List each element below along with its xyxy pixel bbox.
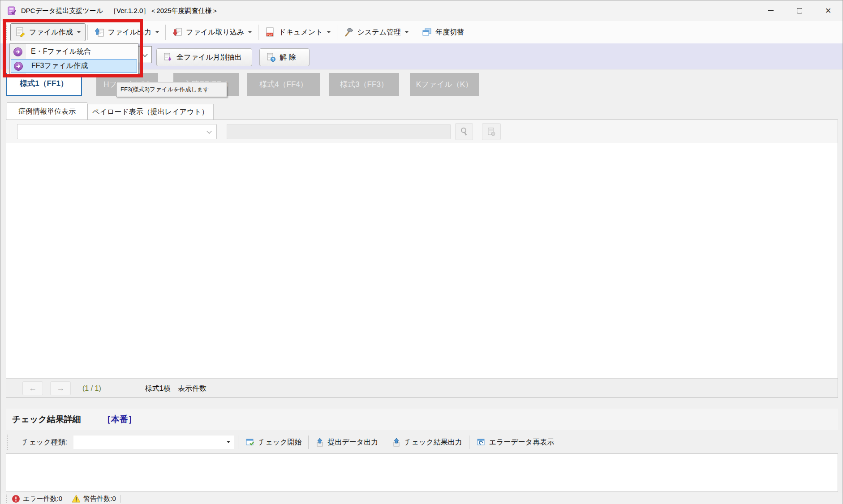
title-bar: DPCデータ提出支援ツール ［Ver.1.2.0］＜2025年度調査仕様＞ × [0, 0, 843, 21]
window-title: DPCデータ提出支援ツール ［Ver.1.2.0］＜2025年度調査仕様＞ [21, 7, 219, 15]
year-switch-icon [422, 27, 432, 38]
menu-item-label: FF3ファイル作成 [31, 61, 88, 71]
purple-arrow-icon [13, 47, 23, 57]
toolbar-separator [165, 25, 166, 40]
check-result-output-button[interactable]: チェック結果出力 [389, 434, 465, 450]
toolbar-button-label: ファイル出力 [108, 28, 152, 37]
warning-count: 警告件数:0 [72, 495, 116, 503]
chevron-down-icon [77, 31, 81, 33]
tab-ff4[interactable]: 様式4（FF4） [247, 73, 320, 96]
statusbar-grip [6, 495, 7, 503]
file-create-dropdown-menu: E・Fファイル統合 FF3ファイル作成 [9, 43, 138, 74]
check-start-button[interactable]: チェック開始 [242, 434, 305, 450]
case-select-combobox[interactable] [17, 124, 217, 139]
maximize-button[interactable] [785, 0, 814, 21]
arrow-left-icon: ← [29, 384, 37, 393]
error-redisplay-icon [476, 437, 486, 447]
subtab-label: ペイロード表示（提出レイアウト） [92, 108, 208, 115]
toolbar-button-label: ファイル取り込み [186, 28, 244, 37]
tooltip: FF3(様式3)ファイルを作成します [116, 82, 227, 97]
release-label: 解 除 [280, 53, 296, 62]
toolbar-separator [337, 25, 337, 40]
toolbar-button-label: ファイル作成 [29, 28, 73, 37]
warning-count-label: 警告件数:0 [83, 495, 116, 503]
toolbar-button-year-switch[interactable]: 年度切替 [417, 23, 469, 41]
statusbar-separator [120, 495, 121, 503]
tab-label: 様式1（FF1） [20, 79, 68, 88]
check-results-grid [6, 453, 838, 492]
toolbar-separator [415, 25, 415, 40]
error-count-label: エラー件数:0 [23, 495, 62, 503]
toolbar-button-label: システム管理 [357, 28, 401, 37]
check-toolbar: チェック種類: チェック開始 提出データ出力 [0, 432, 843, 453]
error-count: エラー件数:0 [12, 495, 62, 503]
filter-strip [6, 120, 838, 143]
extract-all-icon [163, 52, 173, 62]
check-result-header: チェック結果詳細 ［本番］ [6, 409, 838, 430]
search-button[interactable] [455, 123, 473, 140]
page-counter: (1 / 1) [82, 379, 101, 398]
check-mode-badge: ［本番］ [103, 414, 137, 425]
error-data-redisplay-button[interactable]: エラーデータ再表示 [473, 434, 557, 450]
subtab-label: 症例情報単位表示 [18, 107, 76, 115]
error-icon [12, 495, 20, 503]
main-content-panel: ← → (1 / 1) 様式1横 表示件数 [6, 120, 838, 398]
toolbar-button-file-output[interactable]: ファイル出力 [90, 23, 164, 41]
chevron-down-icon [206, 128, 211, 133]
application-window: DPCデータ提出支援ツール ［Ver.1.2.0］＜2025年度調査仕様＞ × … [0, 0, 843, 504]
case-info-field [227, 124, 451, 139]
toolbar-separator [385, 436, 385, 449]
chevron-down-icon [142, 51, 148, 57]
toolbar-button-label: ドキュメント [279, 28, 323, 37]
gray-document-icon [486, 127, 496, 137]
detail-document-button[interactable] [482, 123, 501, 140]
chevron-down-icon [405, 31, 409, 33]
hammer-icon [344, 27, 354, 38]
tab-label: 様式4（FF4） [259, 80, 308, 89]
toolbar-separator [87, 25, 88, 40]
check-result-title: チェック結果詳細 [12, 414, 81, 425]
tab-label: Kファイル（K） [416, 80, 473, 89]
display-count-label: 様式1横 表示件数 [145, 379, 206, 398]
release-button[interactable]: 解 除 [259, 48, 310, 66]
subtab-case-view[interactable]: 症例情報単位表示 [7, 103, 87, 120]
chevron-down-icon [327, 31, 331, 33]
check-start-icon [245, 437, 255, 447]
check-type-label: チェック種類: [22, 438, 67, 447]
file-output-icon [94, 27, 105, 38]
toolbar-button-system-manage[interactable]: システム管理 [339, 23, 413, 41]
tab-ff3[interactable]: 様式3（FF3） [329, 73, 399, 96]
check-type-combobox[interactable] [73, 436, 234, 449]
toolbar-separator [238, 436, 238, 449]
minimize-button[interactable] [757, 0, 785, 21]
toolbar-button-label: 年度切替 [435, 28, 464, 37]
arrow-right-icon: → [56, 384, 65, 393]
toolbar-grip [7, 435, 8, 450]
statusbar-separator [67, 495, 67, 503]
extract-all-button[interactable]: 全ファイル月別抽出 [156, 48, 252, 66]
close-button[interactable]: × [814, 0, 843, 21]
tab-ff1[interactable]: 様式1（FF1） [6, 73, 82, 96]
subtab-payload-view[interactable]: ペイロード表示（提出レイアウト） [87, 104, 214, 120]
menu-item-ff3-create[interactable]: FF3ファイル作成 [11, 59, 137, 73]
next-page-button[interactable]: → [50, 381, 71, 395]
extract-all-label: 全ファイル月別抽出 [176, 53, 242, 62]
main-toolbar: ファイル作成 ファイル出力 [0, 21, 843, 43]
chevron-down-icon [227, 441, 230, 443]
menu-item-ef-merge[interactable]: E・Fファイル統合 [11, 45, 137, 59]
maximize-icon [797, 8, 802, 13]
toolbar-button-file-create[interactable]: ファイル作成 [10, 23, 86, 41]
status-bar: エラー件数:0 警告件数:0 [0, 493, 843, 504]
minimize-icon [768, 10, 774, 11]
toolbar-grip [6, 25, 7, 40]
check-button-label: エラーデータ再表示 [489, 438, 555, 447]
toolbar-button-file-import[interactable]: ファイル取り込み [168, 23, 256, 41]
purple-arrow-icon [13, 61, 23, 71]
submit-data-output-button[interactable]: 提出データ出力 [313, 434, 381, 450]
toolbar-button-document[interactable]: PDF ドキュメント [260, 23, 335, 41]
tab-k-file[interactable]: Kファイル（K） [410, 73, 479, 96]
prev-page-button[interactable]: ← [22, 381, 43, 395]
warning-icon [72, 495, 81, 503]
check-button-label: 提出データ出力 [327, 438, 378, 447]
pager-strip: ← → (1 / 1) 様式1横 表示件数 [6, 378, 838, 397]
